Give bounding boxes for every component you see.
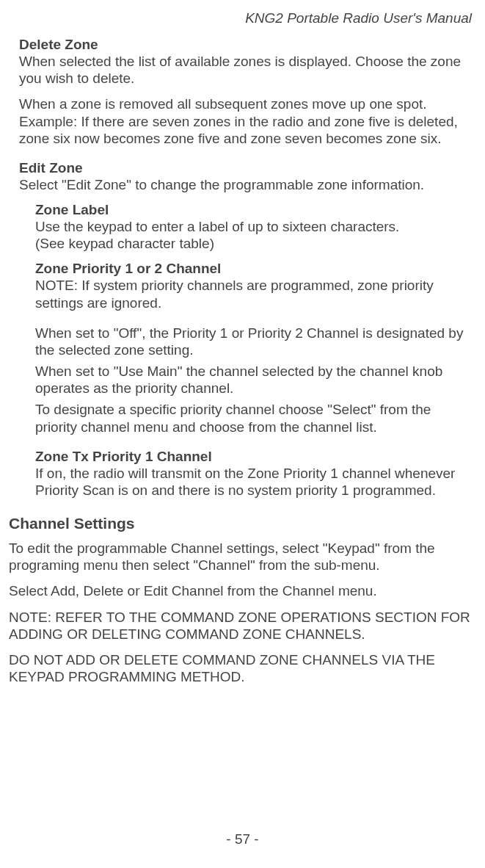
channel-settings-p2: Select Add, Delete or Edit Channel from …	[9, 582, 472, 599]
zone-label-heading: Zone Label	[35, 202, 469, 218]
zone-priority-heading: Zone Priority 1 or 2 Channel	[35, 261, 469, 277]
channel-settings-section: Channel Settings To edit the programmabl…	[9, 515, 472, 685]
edit-zone-p1: Select "Edit Zone" to change the program…	[19, 176, 469, 193]
zone-priority-p3: To designate a specific priority channel…	[35, 401, 469, 435]
zone-priority-p1: When set to "Off", the Priority 1 or Pri…	[35, 325, 469, 358]
edit-zone-section: Edit Zone Select "Edit Zone" to change t…	[9, 160, 472, 499]
zone-tx-heading: Zone Tx Priority 1 Channel	[35, 449, 469, 465]
delete-zone-heading: Delete Zone	[19, 37, 469, 53]
edit-zone-heading: Edit Zone	[19, 160, 469, 176]
delete-zone-p1: When selected the list of available zone…	[19, 53, 469, 87]
zone-priority-note: NOTE: If system priority channels are pr…	[35, 277, 469, 311]
channel-settings-heading: Channel Settings	[9, 515, 472, 532]
zone-label-block: Zone Label Use the keypad to enter a lab…	[19, 202, 469, 252]
channel-settings-p3: NOTE: REFER TO THE COMMAND ZONE OPERATIO…	[9, 609, 472, 643]
page-number: - 57 -	[0, 831, 485, 847]
delete-zone-section: Delete Zone When selected the list of av…	[9, 37, 472, 147]
zone-priority-p2: When set to "Use Main" the channel selec…	[35, 363, 469, 397]
zone-label-p1: Use the keypad to enter a label of up to…	[35, 218, 469, 235]
running-header: KNG2 Portable Radio User's Manual	[9, 10, 472, 26]
zone-priority-block: Zone Priority 1 or 2 Channel NOTE: If sy…	[19, 261, 469, 435]
channel-settings-p1: To edit the programmable Channel setting…	[9, 540, 472, 574]
zone-tx-p1: If on, the radio will transmit on the Zo…	[35, 465, 469, 499]
zone-tx-block: Zone Tx Priority 1 Channel If on, the ra…	[19, 449, 469, 499]
delete-zone-p2: When a zone is removed all subsequent zo…	[19, 95, 469, 147]
channel-settings-p4: DO NOT ADD OR DELETE COMMAND ZONE CHANNE…	[9, 651, 472, 685]
zone-label-p2: (See keypad character table)	[35, 235, 469, 252]
